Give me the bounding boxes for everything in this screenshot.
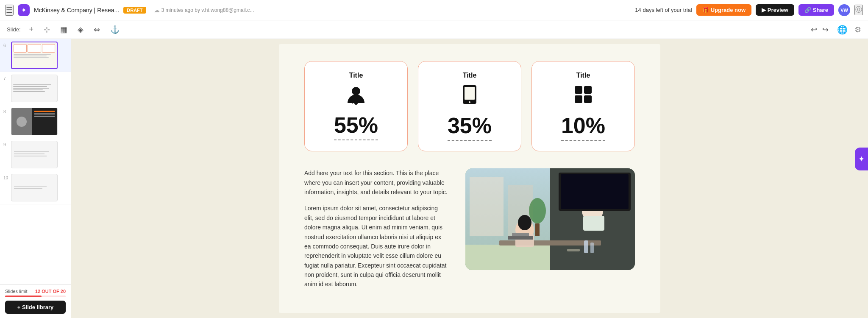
ai-assistant-button[interactable]: ✦: [855, 148, 868, 170]
slides-count: 12 OUT OF 20: [35, 289, 66, 294]
grid-icon: [573, 84, 593, 108]
add-tool-button[interactable]: +: [28, 23, 36, 36]
svg-rect-25: [583, 216, 604, 231]
avatar: VW: [838, 4, 850, 16]
svg-rect-26: [567, 249, 580, 251]
preview-button[interactable]: ▶ Preview: [756, 4, 794, 16]
svg-rect-5: [575, 86, 582, 94]
svg-rect-22: [512, 233, 529, 236]
svg-point-4: [469, 101, 470, 103]
grid-tool-button[interactable]: ▦: [58, 23, 69, 36]
slide-number-8: 8: [3, 109, 8, 114]
anchor-tool-button[interactable]: ⚓: [108, 23, 121, 36]
slide-thumbnail-8: [11, 108, 58, 135]
stat-card-3-title: Title: [576, 72, 590, 79]
text-para-2: Lorem ipsum dolor sit amet, consectetur …: [304, 204, 448, 289]
svg-rect-30: [561, 174, 629, 209]
slide-thumbnail-7: [11, 75, 58, 102]
slide-thumb-6[interactable]: 6: [0, 39, 71, 72]
svg-rect-3: [465, 87, 475, 100]
settings-button[interactable]: ⚙: [854, 25, 861, 34]
autosave-text: 3 minutes ago by v.ht.wong88@gmail.c...: [161, 7, 254, 13]
slide-library-button[interactable]: + Slide library: [5, 301, 66, 314]
slide-number-9: 9: [3, 142, 8, 147]
svg-rect-7: [575, 95, 582, 103]
stat-card-3-value: 10%: [561, 113, 605, 141]
slide-thumb-9[interactable]: 9: [0, 138, 71, 171]
globe-button[interactable]: 🌐: [837, 25, 848, 35]
cloud-icon: ☁: [154, 7, 160, 14]
topbar: ☰ ✦ McKinsey & Company | Resea... DRAFT …: [0, 0, 868, 20]
svg-rect-16: [535, 223, 540, 236]
stats-row: Title 55% Title: [304, 61, 635, 151]
toolbar: Slide: + ⊹ ▦ ◈ ⇔ ⚓ ↩ ↪ 🌐 ⚙: [0, 20, 868, 39]
upgrade-button[interactable]: 🎁 Upgrade now: [696, 4, 751, 16]
canvas-area[interactable]: Title 55% Title: [71, 39, 868, 318]
slide-thumbnail-9: [11, 141, 58, 168]
slides-limit-label: Slides limit: [5, 289, 28, 294]
svg-point-1: [354, 101, 358, 105]
gift-icon: 🎁: [702, 7, 709, 13]
help-button[interactable]: ⓪: [854, 5, 863, 15]
svg-point-19: [518, 215, 531, 230]
stat-card-1-title: Title: [349, 72, 363, 79]
slide-thumb-8[interactable]: 8: [0, 105, 71, 138]
undo-button[interactable]: ↩: [809, 23, 819, 36]
slide-number-7: 7: [3, 76, 8, 81]
slide-thumbnail-10: [11, 174, 58, 201]
svg-rect-27: [584, 240, 588, 253]
menu-button[interactable]: ☰: [5, 5, 14, 16]
person-icon: [346, 84, 366, 107]
slide-label: Slide:: [7, 26, 21, 33]
stat-card-3: Title 10%: [531, 61, 635, 151]
svg-rect-21: [508, 236, 533, 240]
svg-rect-12: [470, 177, 504, 236]
slide-image: [465, 168, 635, 270]
svg-point-0: [352, 87, 360, 95]
doc-title: McKinsey & Company | Resea...: [34, 7, 119, 14]
draft-badge: DRAFT: [123, 7, 146, 14]
svg-rect-28: [590, 243, 594, 253]
svg-rect-8: [584, 95, 592, 103]
slides-progress-fill: [5, 296, 42, 297]
autosave-info: ☁ 3 minutes ago by v.ht.wong88@gmail.c..…: [154, 7, 254, 14]
share-icon: 🔗: [804, 7, 811, 13]
trial-text: 14 days left of your trial: [635, 7, 692, 13]
redo-button[interactable]: ↪: [821, 23, 830, 36]
stat-card-1: Title 55%: [304, 61, 408, 151]
resize-tool-button[interactable]: ⇔: [92, 23, 102, 36]
sidebar-bottom: Slides limit 12 OUT OF 20 + Slide librar…: [0, 284, 71, 318]
main-layout: 6 7: [0, 39, 868, 318]
stat-card-2: Title 35%: [418, 61, 521, 151]
undo-redo-group: ↩ ↪: [809, 23, 830, 36]
text-block: Add here your text for this section. Thi…: [304, 168, 448, 296]
slide-number-10: 10: [3, 176, 8, 180]
stat-card-2-value: 35%: [448, 113, 492, 141]
share-button[interactable]: 🔗 Share: [798, 4, 834, 16]
slide-panel: 6 7: [0, 39, 71, 318]
svg-point-15: [529, 198, 546, 223]
move-tool-button[interactable]: ⊹: [42, 23, 52, 36]
tablet-icon: [462, 84, 477, 108]
slide-thumb-7[interactable]: 7: [0, 72, 71, 105]
slide-thumb-10[interactable]: 10: [0, 171, 71, 204]
magic-tool-button[interactable]: ◈: [76, 23, 85, 36]
slide-thumbnail-6: [11, 42, 58, 69]
content-row: Add here your text for this section. Thi…: [304, 168, 635, 296]
svg-rect-6: [584, 86, 592, 94]
logo: ✦: [18, 4, 30, 16]
text-para-1: Add here your text for this section. Thi…: [304, 168, 448, 197]
slide-content: Title 55% Title: [279, 44, 660, 313]
stat-card-1-value: 55%: [334, 112, 378, 140]
star-icon: ✦: [858, 154, 865, 164]
slides-progress-bar: [5, 296, 66, 297]
slides-limit-row: Slides limit 12 OUT OF 20: [5, 289, 66, 294]
stat-card-2-title: Title: [463, 72, 477, 79]
slide-number-6: 6: [3, 43, 8, 48]
